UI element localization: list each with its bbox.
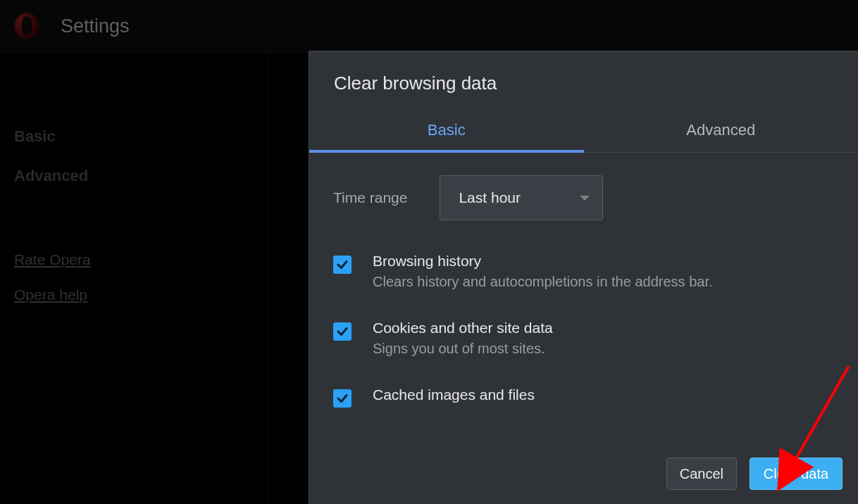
sidebar-links: Rate Opera Opera help — [14, 251, 267, 322]
checkbox-browsing-history[interactable] — [333, 256, 352, 274]
clear-browsing-data-dialog: Clear browsing data Basic Advanced Time … — [309, 51, 858, 504]
time-range-label: Time range — [333, 189, 407, 206]
svg-point-1 — [22, 16, 32, 36]
option-cookies: Cookies and other site data Signs you ou… — [333, 320, 834, 357]
tab-basic[interactable]: Basic — [309, 110, 584, 152]
app-header: Settings — [0, 0, 858, 52]
time-range-value: Last hour — [459, 189, 521, 206]
option-desc: Signs you out of most sites. — [373, 341, 553, 357]
dialog-tabs: Basic Advanced — [309, 110, 858, 153]
dialog-title: Clear browsing data — [309, 51, 858, 110]
option-cached: Cached images and files — [333, 386, 834, 408]
time-range-row: Time range Last hour — [333, 175, 834, 220]
cancel-button[interactable]: Cancel — [666, 458, 737, 490]
option-title: Cached images and files — [373, 386, 535, 403]
option-text: Cookies and other site data Signs you ou… — [373, 320, 553, 357]
option-title: Browsing history — [373, 253, 713, 270]
settings-sidebar: Basic Advanced Rate Opera Opera help — [0, 53, 268, 504]
option-browsing-history: Browsing history Clears history and auto… — [333, 253, 834, 290]
chevron-down-icon — [580, 196, 590, 201]
sidebar-link-opera-help[interactable]: Opera help — [14, 286, 267, 303]
sidebar-item-advanced[interactable]: Advanced — [14, 167, 267, 185]
option-title: Cookies and other site data — [373, 320, 553, 336]
checkbox-cached[interactable] — [333, 389, 352, 408]
tab-advanced[interactable]: Advanced — [584, 110, 859, 152]
checkbox-cookies[interactable] — [333, 322, 352, 341]
opera-logo-icon — [13, 12, 41, 40]
time-range-select[interactable]: Last hour — [440, 175, 603, 220]
dialog-body: Time range Last hour Browsing history Cl… — [309, 153, 858, 458]
clear-data-button[interactable]: Clear data — [750, 458, 843, 490]
option-text: Browsing history Clears history and auto… — [373, 253, 713, 290]
option-desc: Clears history and autocompletions in th… — [373, 274, 713, 290]
dialog-footer: Cancel Clear data — [309, 458, 858, 504]
option-text: Cached images and files — [373, 386, 535, 408]
sidebar-item-basic[interactable]: Basic — [14, 127, 267, 146]
page-title: Settings — [61, 15, 130, 37]
sidebar-link-rate-opera[interactable]: Rate Opera — [14, 251, 267, 268]
